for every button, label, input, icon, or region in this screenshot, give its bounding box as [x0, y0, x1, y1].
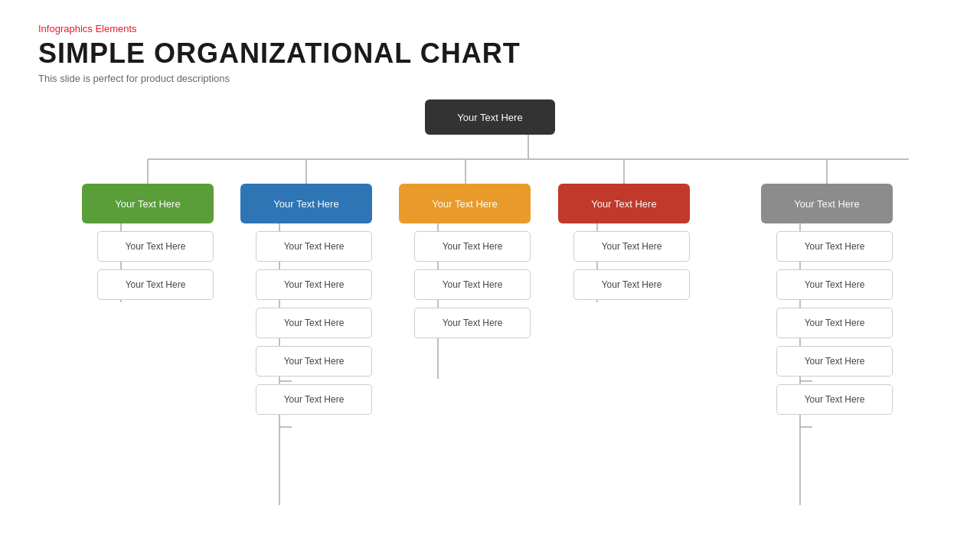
col2-header-label: Your Text Here: [273, 198, 338, 210]
col3-child-1: Your Text Here: [414, 231, 531, 262]
column-5: Your Text Here Your Text Here Your Text …: [761, 184, 893, 415]
col2-child-1: Your Text Here: [256, 231, 372, 262]
col1-child-2: Your Text Here: [97, 269, 214, 300]
col2-child-3: Your Text Here: [256, 308, 372, 338]
col5-children: Your Text Here Your Text Here Your Text …: [776, 231, 893, 415]
col4-child-2: Your Text Here: [573, 269, 690, 300]
page: Infographics Elements SIMPLE ORGANIZATIO…: [0, 0, 980, 551]
column-1: Your Text Here Your Text Here Your Text …: [82, 184, 214, 300]
main-title: SIMPLE ORGANIZATIONAL CHART: [38, 37, 942, 70]
column-4: Your Text Here Your Text Here Your Text …: [558, 184, 690, 300]
col2-child-4: Your Text Here: [256, 346, 372, 377]
col3-header: Your Text Here: [399, 184, 531, 223]
column-2: Your Text Here Your Text Here Your Text …: [240, 184, 372, 415]
subtitle: This slide is perfect for product descri…: [38, 73, 942, 84]
col2-child-5: Your Text Here: [256, 384, 372, 415]
col4-header-label: Your Text Here: [591, 198, 656, 210]
col4-child-1: Your Text Here: [573, 231, 690, 262]
col5-child-4: Your Text Here: [776, 346, 893, 377]
col1-header-label: Your Text Here: [115, 198, 180, 210]
root-node: Your Text Here: [425, 99, 555, 135]
col5-child-3: Your Text Here: [776, 308, 893, 338]
col2-children: Your Text Here Your Text Here Your Text …: [256, 231, 372, 415]
col3-header-label: Your Text Here: [432, 198, 497, 210]
col5-child-1: Your Text Here: [776, 231, 893, 262]
header-tag: Infographics Elements: [38, 23, 942, 34]
col3-children: Your Text Here Your Text Here Your Text …: [414, 231, 531, 338]
col3-child-2: Your Text Here: [414, 269, 531, 300]
col2-child-2: Your Text Here: [256, 269, 372, 300]
col4-header: Your Text Here: [558, 184, 690, 223]
col5-child-5: Your Text Here: [776, 384, 893, 415]
col2-header: Your Text Here: [240, 184, 372, 223]
col5-header: Your Text Here: [761, 184, 893, 223]
col3-child-3: Your Text Here: [414, 308, 531, 338]
col4-children: Your Text Here Your Text Here: [573, 231, 690, 300]
column-3: Your Text Here Your Text Here Your Text …: [399, 184, 531, 338]
col5-child-2: Your Text Here: [776, 269, 893, 300]
col5-header-label: Your Text Here: [794, 198, 859, 210]
chart-area: Your Text Here: [38, 99, 942, 505]
root-label: Your Text Here: [457, 112, 522, 123]
col1-children: Your Text Here Your Text Here: [97, 231, 214, 300]
col1-child-1: Your Text Here: [97, 231, 214, 262]
col1-header: Your Text Here: [82, 184, 214, 223]
